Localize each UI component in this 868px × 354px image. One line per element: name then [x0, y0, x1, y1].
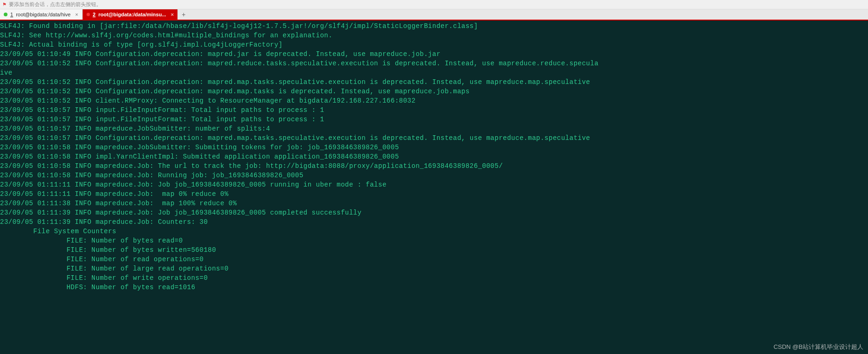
add-tab-button[interactable]: +	[178, 9, 189, 20]
status-dot-icon	[4, 13, 7, 16]
status-dot-icon	[86, 13, 90, 16]
tab-number: 1	[10, 12, 13, 17]
close-icon[interactable]: ×	[169, 12, 174, 17]
tab-number: 2	[93, 12, 96, 17]
tab-label: root@bigdata:/data/minsu...	[99, 12, 166, 17]
flag-icon: ⚑	[2, 2, 7, 7]
close-icon[interactable]: ×	[73, 12, 78, 17]
hint-text: 要添加当前会话，点击左侧的箭头按钮。	[9, 1, 101, 8]
top-hint-bar: ⚑ 要添加当前会话，点击左侧的箭头按钮。	[0, 0, 868, 9]
tab-session-1[interactable]: 1 root@bigdata:/data/hive ×	[0, 9, 83, 20]
tab-label: root@bigdata:/data/hive	[16, 12, 71, 17]
terminal-output[interactable]: SLF4J: Found binding in [jar:file:/data/…	[0, 21, 868, 354]
watermark: CSDN @B站计算机毕业设计超人	[774, 343, 863, 351]
tab-bar: 1 root@bigdata:/data/hive × 2 root@bigda…	[0, 9, 868, 21]
tab-session-2[interactable]: 2 root@bigdata:/data/minsu... ×	[83, 9, 178, 20]
